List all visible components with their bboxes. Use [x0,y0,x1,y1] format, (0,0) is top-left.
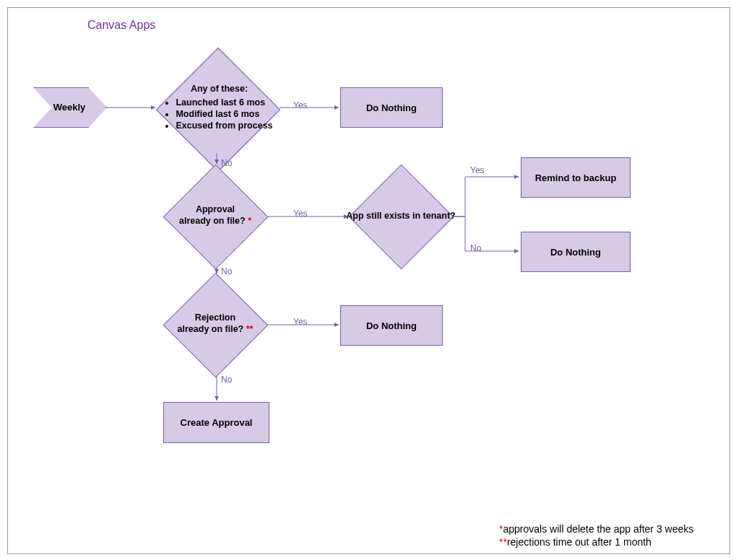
d1-item-2: Excused from process [176,121,272,132]
d1-item-1: Modified last 6 mos [176,109,272,121]
d1-header: Any of these: [191,84,248,95]
footnote-2: **rejections time out after 1 month [499,536,651,548]
process-do-nothing-2: Do Nothing [521,232,631,272]
diagram-frame: Canvas Apps Weekly Any of these: Launche… [7,7,730,554]
decision-rejection-on-file-text: Rejection already on file? ** [150,310,280,338]
decision-approval-on-file-text: Approval already on file? * [150,201,280,230]
edge-d1-yes: Yes [293,100,308,110]
process-create-approval: Create Approval [163,402,269,443]
start-shape: Weekly [33,87,105,126]
d2-line1: Approval [196,204,235,214]
edge-d3-no: No [221,375,232,385]
process-remind-to-backup: Remind to backup [521,157,631,198]
diagram-title: Canvas Apps [87,19,155,32]
d3-mark: ** [246,324,254,334]
edge-d3-yes: Yes [293,317,308,327]
d1-list: Launched last 6 mos Modified last 6 mos … [165,97,272,131]
start-label: Weekly [33,87,105,126]
d2-mark: * [248,216,251,226]
decision-any-of-these-text: Any of these: Launched last 6 mos Modifi… [138,75,300,140]
footnote-1: *approvals will delete the app after 3 w… [499,523,693,535]
process-do-nothing-3: Do Nothing [340,305,443,346]
edge-d2-yes: Yes [293,209,308,219]
d2-line2: already on file? [179,216,248,226]
process-do-nothing-1: Do Nothing [340,87,443,128]
edge-d4-no: No [470,243,481,253]
edge-d1-no: No [221,158,232,168]
d1-item-0: Launched last 6 mos [176,97,272,109]
d3-line1: Rejection [195,312,235,323]
edge-d2-no: No [221,266,232,276]
decision-app-exists-text: App still exists in tenant? [336,206,466,227]
edge-d4-yes: Yes [470,165,485,175]
footnote-1-text: approvals will delete the app after 3 we… [503,523,693,535]
footnote-2-text: rejections time out after 1 month [507,536,651,548]
footnote-2-mark: ** [499,536,507,548]
d3-line2: already on file? [178,324,246,334]
